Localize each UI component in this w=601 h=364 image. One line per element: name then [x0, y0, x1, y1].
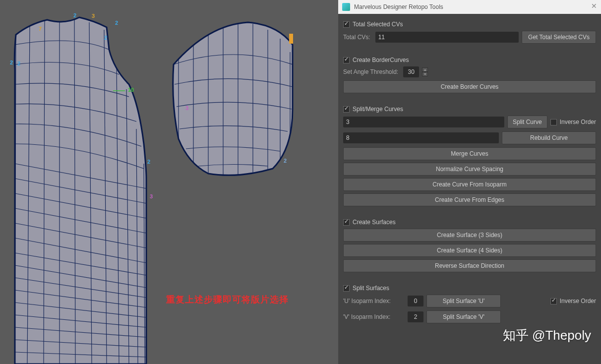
curve-from-edges-button[interactable]: Create Curve From Edges	[343, 193, 596, 206]
close-icon[interactable]: ✕	[591, 2, 597, 10]
split-surface-v-button[interactable]: Split Surface 'V'	[426, 310, 501, 323]
vp-label-2a: 2	[73, 12, 76, 18]
window-titlebar[interactable]: Marvelous Designer Retopo Tools ✕	[338, 0, 601, 14]
split-surfaces-checkbox[interactable]	[343, 285, 350, 292]
split-merge-label: Split/Merge Curves	[353, 106, 403, 113]
vp-label-2g: 2	[284, 158, 287, 164]
v-isoparm-label: 'V' Isoparm Index:	[343, 313, 403, 320]
split-surface-u-button[interactable]: Split Surface 'U'	[426, 295, 501, 307]
vp-label-2c: 2	[104, 35, 107, 41]
vp-label-2d: 2	[10, 60, 13, 65]
rebuild-curve-input[interactable]	[343, 132, 499, 143]
angle-spinner[interactable]: ▲▼	[422, 67, 428, 76]
curve-from-isoparm-button[interactable]: Create Curve From Isoparm	[343, 178, 596, 191]
watermark: 知乎 @Thepoly	[503, 327, 591, 344]
reverse-surface-button[interactable]: Reverse Surface Direction	[343, 259, 596, 272]
normalize-spacing-button[interactable]: Normalize Curve Spacing	[343, 163, 596, 176]
split-merge-checkbox[interactable]	[343, 106, 350, 113]
overlay-instruction: 重复上述步骤即可将版片选择	[166, 294, 289, 305]
retopo-tools-panel: Marvelous Designer Retopo Tools ✕ Total …	[338, 0, 601, 364]
inverse-order-checkbox[interactable]	[550, 119, 557, 125]
vp-label-2f: 2	[147, 159, 150, 165]
svg-rect-3	[289, 34, 293, 44]
merge-curves-button[interactable]: Merge Curves	[343, 147, 596, 160]
inverse-order-surf-checkbox[interactable]	[550, 298, 557, 304]
vp-label-3b: 3	[150, 193, 153, 199]
border-curves-label: Create BorderCurves	[353, 57, 409, 63]
u-isoparm-label: 'U' Isoparm Index:	[343, 298, 403, 304]
split-curve-button[interactable]: Split Curve	[507, 116, 547, 128]
inverse-order-surf-label: Inverse Order	[560, 298, 596, 304]
create-surface-4-button[interactable]: Create Surface (4 Sides)	[343, 244, 596, 257]
create-border-curves-button[interactable]: Create Border Curves	[343, 80, 596, 93]
get-total-cvs-button[interactable]: Get Total Selected CVs	[522, 31, 596, 44]
window-title: Marvelous Designer Retopo Tools	[354, 3, 443, 10]
total-cvs-input[interactable]	[375, 32, 519, 43]
v-isoparm-input[interactable]	[408, 311, 423, 322]
svg-rect-0	[0, 0, 169, 364]
vp-label-3: 3	[92, 13, 95, 19]
vp-label-3c: 3	[185, 105, 188, 111]
vp-label-7: 7	[39, 26, 42, 32]
3d-viewport[interactable]: 7 2 3 2 2 10 2 2 2 3 2 3	[0, 0, 337, 364]
rebuild-curve-button[interactable]: Rebuild Curve	[502, 131, 596, 144]
total-cvs-field-label: Total CVs:	[343, 34, 370, 41]
create-surface-3-button[interactable]: Create Surface (3 Sides)	[343, 229, 596, 242]
vp-label-10: 10	[128, 87, 134, 93]
split-curve-input[interactable]	[343, 117, 504, 127]
angle-threshold-label: Set Angle Threshold:	[343, 68, 398, 75]
app-logo-icon	[342, 3, 350, 11]
angle-threshold-input[interactable]	[403, 66, 419, 77]
create-surfaces-checkbox[interactable]	[343, 219, 350, 226]
vp-label-2e: 2	[17, 61, 20, 66]
total-cvs-checkbox[interactable]	[343, 21, 350, 28]
split-surfaces-label: Split Surfaces	[353, 285, 389, 292]
vp-label-2b: 2	[115, 20, 118, 26]
inverse-order-label: Inverse Order	[560, 119, 596, 125]
border-curves-checkbox[interactable]	[343, 57, 350, 63]
total-cvs-label: Total Selected CVs	[353, 21, 403, 28]
u-isoparm-input[interactable]	[408, 296, 423, 306]
create-surfaces-label: Create Surfaces	[353, 219, 396, 226]
